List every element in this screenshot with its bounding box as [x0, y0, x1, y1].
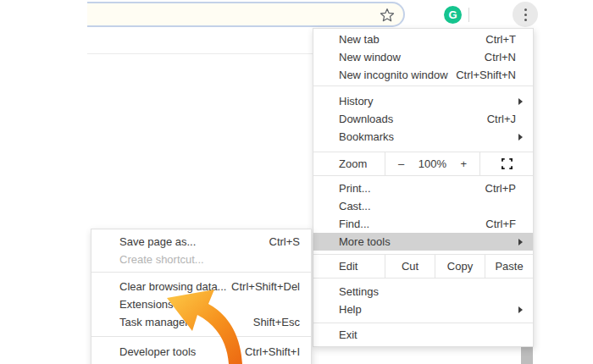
browser-window: { "toolbar": { "grammarly_letter": "G", …: [0, 0, 593, 364]
menu-item-new-window[interactable]: New window Ctrl+N: [313, 48, 533, 66]
shortcut-label: Ctrl+J: [487, 113, 516, 125]
menu-item-cast[interactable]: Cast...: [313, 197, 533, 215]
menu-item-settings[interactable]: Settings: [313, 283, 533, 301]
menu-item-task-manager[interactable]: Task manager Shift+Esc: [91, 313, 311, 331]
menu-section-zoom: Zoom – 100% +: [313, 152, 533, 175]
menu-item-new-tab[interactable]: New tab Ctrl+T: [313, 30, 533, 48]
menu-item-label: Task manager: [119, 316, 253, 328]
menu-item-label: Clear browsing data...: [119, 280, 231, 293]
submenu-section-devtools: Developer tools Ctrl+Shift+I: [91, 337, 311, 364]
menu-item-downloads[interactable]: Downloads Ctrl+J: [313, 110, 533, 128]
zoom-out-button[interactable]: –: [398, 157, 404, 170]
shortcut-label: Ctrl+Shift+I: [245, 345, 300, 358]
menu-item-label: Exit: [339, 328, 524, 341]
submenu-arrow-icon: [518, 98, 523, 105]
menu-item-label: Cast...: [339, 200, 524, 212]
shortcut-label: Ctrl+S: [269, 235, 300, 248]
grammarly-extension-icon[interactable]: G: [444, 6, 462, 24]
submenu-section-save: Save page as... Ctrl+S Create shortcut..…: [91, 229, 311, 272]
menu-item-label: Extensions: [119, 298, 300, 311]
address-bar[interactable]: [87, 2, 405, 27]
menu-item-label: Create shortcut...: [119, 253, 300, 266]
edit-label: Edit: [313, 255, 385, 278]
menu-item-label: Settings: [339, 285, 524, 298]
shortcut-label: Ctrl+P: [485, 182, 516, 195]
fullscreen-button[interactable]: [480, 152, 533, 175]
bookmark-star-icon[interactable]: [379, 7, 396, 24]
more-tools-submenu: Save page as... Ctrl+S Create shortcut..…: [91, 229, 312, 364]
cut-button[interactable]: Cut: [385, 255, 435, 278]
menu-item-exit[interactable]: Exit: [313, 326, 533, 344]
menu-item-print[interactable]: Print... Ctrl+P: [313, 179, 533, 197]
menu-item-label: More tools: [339, 235, 518, 248]
shortcut-label: Ctrl+T: [485, 33, 516, 46]
menu-item-label: Print...: [339, 182, 485, 195]
three-dots-icon: [524, 8, 527, 21]
menu-item-label: Bookmarks: [339, 130, 518, 143]
menu-item-history[interactable]: History: [313, 92, 533, 110]
submenu-arrow-icon: [518, 306, 523, 313]
menu-item-find[interactable]: Find... Ctrl+F: [313, 215, 533, 233]
menu-item-label: Help: [339, 303, 518, 316]
menu-item-label: New incognito window: [339, 69, 456, 81]
shortcut-label: Ctrl+Shift+Del: [231, 280, 300, 293]
menu-item-label: Find...: [339, 218, 485, 230]
menu-item-save-page-as[interactable]: Save page as... Ctrl+S: [91, 233, 311, 251]
menu-section-new: New tab Ctrl+T New window Ctrl+N New inc…: [313, 29, 533, 85]
menu-item-clear-browsing-data[interactable]: Clear browsing data... Ctrl+Shift+Del: [91, 278, 311, 295]
menu-item-label: Save page as...: [119, 235, 269, 248]
menu-item-label: New tab: [339, 33, 485, 46]
menu-item-help[interactable]: Help: [313, 301, 533, 318]
menu-item-create-shortcut: Create shortcut...: [91, 251, 311, 268]
menu-item-label: Developer tools: [119, 345, 245, 358]
menu-item-more-tools[interactable]: More tools: [313, 233, 533, 251]
fullscreen-icon: [502, 158, 513, 169]
chrome-main-menu: New tab Ctrl+T New window Ctrl+N New inc…: [313, 28, 534, 347]
shortcut-label: Ctrl+N: [485, 51, 516, 63]
menu-item-extensions[interactable]: Extensions: [91, 295, 311, 313]
menu-section-edit: Edit Cut Copy Paste: [313, 255, 533, 278]
submenu-section-tools: Clear browsing data... Ctrl+Shift+Del Ex…: [91, 273, 311, 336]
menu-item-label: New window: [339, 51, 485, 63]
toolbar-bottom-edge: [87, 53, 313, 54]
zoom-row: Zoom – 100% +: [313, 152, 533, 175]
zoom-label: Zoom: [313, 152, 385, 175]
menu-section-print: Print... Ctrl+P Cast... Find... Ctrl+F M…: [313, 176, 533, 254]
menu-section-exit: Exit: [313, 323, 533, 346]
menu-item-label: History: [339, 95, 518, 108]
shortcut-label: Ctrl+Shift+N: [456, 69, 516, 81]
menu-item-developer-tools[interactable]: Developer tools Ctrl+Shift+I: [91, 343, 311, 361]
paste-button[interactable]: Paste: [485, 255, 533, 278]
toolbar-divider: [468, 8, 469, 22]
shortcut-label: Ctrl+F: [485, 218, 516, 230]
shortcut-label: Shift+Esc: [253, 316, 300, 328]
menu-section-settings: Settings Help: [313, 279, 533, 323]
menu-item-new-incognito-window[interactable]: New incognito window Ctrl+Shift+N: [313, 66, 533, 84]
menu-item-label: Downloads: [339, 113, 487, 125]
menu-section-history: History Downloads Ctrl+J Bookmarks: [313, 86, 533, 152]
copy-button[interactable]: Copy: [435, 255, 485, 278]
edit-row: Edit Cut Copy Paste: [313, 255, 533, 278]
submenu-arrow-icon: [518, 134, 523, 141]
menu-item-bookmarks[interactable]: Bookmarks: [313, 128, 533, 146]
chrome-menu-button[interactable]: [513, 2, 538, 27]
zoom-in-button[interactable]: +: [460, 157, 467, 170]
zoom-level: 100%: [418, 157, 446, 170]
submenu-arrow-icon: [518, 239, 523, 245]
